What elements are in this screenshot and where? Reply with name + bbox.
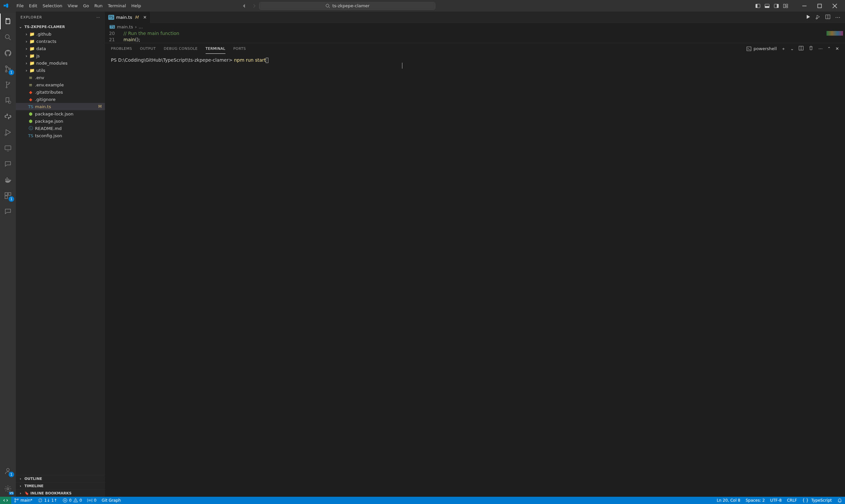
status-cursor[interactable]: Ln 20, Col 8 [714, 498, 743, 503]
status-problems[interactable]: 0 0 [60, 498, 85, 503]
folder-utils[interactable]: ›📁utils [16, 67, 105, 74]
run-file-icon[interactable] [805, 14, 811, 21]
activity-source-control[interactable]: 1 [0, 61, 16, 77]
remote-indicator[interactable] [0, 497, 11, 504]
status-branch[interactable]: main* [11, 498, 35, 503]
activity-manage[interactable]: VS [0, 481, 16, 497]
status-eol[interactable]: CRLF [784, 498, 799, 503]
terminal[interactable]: PS D:\Codding\GitHub\TypeScript\ts-zkpep… [105, 54, 845, 497]
split-editor-icon[interactable] [825, 14, 830, 21]
tab-label: main.ts [116, 15, 132, 20]
panel-tab-output[interactable]: OUTPUT [140, 44, 156, 53]
menu-view[interactable]: View [65, 1, 81, 10]
status-spaces[interactable]: Spaces: 2 [743, 498, 768, 503]
nav-forward[interactable] [250, 2, 259, 10]
kill-terminal-icon[interactable] [808, 46, 814, 52]
section-inline-bookmarks[interactable]: ›🔖INLINE BOOKMARKS [16, 489, 105, 497]
panel-tab-problems[interactable]: PROBLEMS [111, 44, 132, 53]
status-encoding[interactable]: UTF-8 [768, 498, 784, 503]
activity-bookmark-settings[interactable] [0, 93, 16, 109]
svg-rect-7 [784, 4, 785, 7]
tab-main-ts[interactable]: TS main.ts M ✕ [105, 12, 150, 23]
menu-selection[interactable]: Selection [40, 1, 65, 10]
window-maximize[interactable] [812, 0, 827, 12]
folder-github[interactable]: ›📁.github [16, 30, 105, 38]
svg-point-25 [7, 488, 9, 490]
folder-js[interactable]: ›📁js [16, 52, 105, 59]
panel-maximize-icon[interactable]: ⌃ [827, 46, 831, 51]
command-center-text: ts-zkpepe-clamer [332, 3, 370, 8]
folder-contracts[interactable]: ›📁contracts [16, 38, 105, 45]
explorer-project-header[interactable]: ⌄ TS-ZKPEPE-CLAMER [16, 23, 105, 30]
activity-github[interactable] [0, 45, 16, 61]
menu-go[interactable]: Go [81, 1, 92, 10]
split-terminal-icon[interactable] [798, 46, 804, 52]
panel-tab-ports[interactable]: PORTS [233, 44, 246, 53]
toggle-secondary-sidebar-icon[interactable] [772, 2, 780, 10]
menu-help[interactable]: Help [129, 1, 144, 10]
folder-node-modules[interactable]: ›📁node_modules [16, 59, 105, 67]
file-package-lock[interactable]: ⬢package-lock.json [16, 110, 105, 118]
file-env-example[interactable]: ≡.env.example [16, 81, 105, 88]
svg-rect-10 [817, 4, 821, 7]
menu-terminal[interactable]: Terminal [105, 1, 129, 10]
debug-run-icon[interactable] [815, 14, 821, 21]
activity-python[interactable] [0, 109, 16, 124]
file-package-json[interactable]: ⬢package.json [16, 118, 105, 125]
svg-rect-28 [746, 47, 751, 51]
svg-point-32 [17, 499, 18, 500]
activity-comments[interactable] [0, 156, 16, 172]
breadcrumbs[interactable]: TS main.ts › ... [105, 23, 845, 30]
sidebar-actions-icon[interactable]: ⋯ [96, 15, 100, 19]
terminal-shell-name: powershell [754, 46, 777, 51]
file-tsconfig[interactable]: TStsconfig.json [16, 132, 105, 139]
panel-tabs: PROBLEMS OUTPUT DEBUG CONSOLE TERMINAL P… [105, 43, 845, 54]
activity-bar: 1 1 1 [0, 12, 16, 497]
terminal-shell-selector[interactable]: powershell [746, 46, 777, 52]
menu-file[interactable]: File [14, 1, 27, 10]
code-editor[interactable]: 20 21 // Run the main function main(); [105, 30, 845, 43]
status-sync[interactable]: 1↓ 1↑ [35, 498, 60, 503]
status-notifications[interactable] [834, 498, 845, 503]
activity-git-branch[interactable] [0, 77, 16, 93]
status-ports[interactable]: 0 [85, 498, 99, 503]
activity-explorer[interactable] [0, 14, 16, 29]
activity-remote[interactable] [0, 140, 16, 156]
file-env[interactable]: ≡.env [16, 74, 105, 81]
panel-tab-terminal[interactable]: TERMINAL [206, 44, 226, 54]
panel-tab-debug[interactable]: DEBUG CONSOLE [164, 44, 198, 53]
terminal-dropdown-icon[interactable]: ⌄ [790, 46, 794, 51]
command-center[interactable]: ts-zkpepe-clamer [259, 2, 435, 10]
terminal-prompt: PS D:\Codding\GitHub\TypeScript\ts-zkpep… [111, 57, 234, 63]
activity-run-debug[interactable] [0, 124, 16, 140]
status-git-graph[interactable]: Git Graph [99, 498, 123, 503]
customize-layout-icon[interactable] [781, 2, 790, 10]
minimap[interactable] [818, 30, 845, 43]
section-timeline[interactable]: ›TIMELINE [16, 482, 105, 489]
file-main-ts[interactable]: TSmain.tsM [16, 103, 105, 110]
toggle-primary-sidebar-icon[interactable] [754, 2, 762, 10]
close-icon[interactable]: ✕ [143, 15, 146, 20]
vs-badge: VS [9, 492, 14, 495]
activity-chat[interactable] [0, 203, 16, 219]
file-gitattributes[interactable]: ◆.gitattributes [16, 88, 105, 96]
menu-edit[interactable]: Edit [27, 1, 40, 10]
editor-more-actions-icon[interactable]: ⋯ [835, 14, 840, 20]
toggle-panel-icon[interactable] [763, 2, 771, 10]
activity-search[interactable] [0, 29, 16, 45]
folder-data[interactable]: ›📁data [16, 45, 105, 52]
status-language[interactable]: { }TypeScript [800, 498, 834, 503]
section-outline[interactable]: ›OUTLINE [16, 475, 105, 482]
menu-run[interactable]: Run [92, 1, 105, 10]
panel-close-icon[interactable]: ✕ [835, 46, 839, 51]
window-minimize[interactable] [797, 0, 812, 12]
activity-extensions[interactable]: 1 [0, 188, 16, 203]
panel-more-icon[interactable]: ⋯ [818, 46, 823, 51]
nav-back[interactable] [240, 2, 249, 10]
activity-docker[interactable] [0, 172, 16, 188]
window-close[interactable] [827, 0, 842, 12]
file-gitignore[interactable]: ◆.gitignore [16, 96, 105, 103]
new-terminal-icon[interactable]: ＋ [781, 46, 786, 52]
file-readme[interactable]: ⓘREADME.md [16, 125, 105, 132]
activity-accounts[interactable]: 1 [0, 463, 16, 479]
